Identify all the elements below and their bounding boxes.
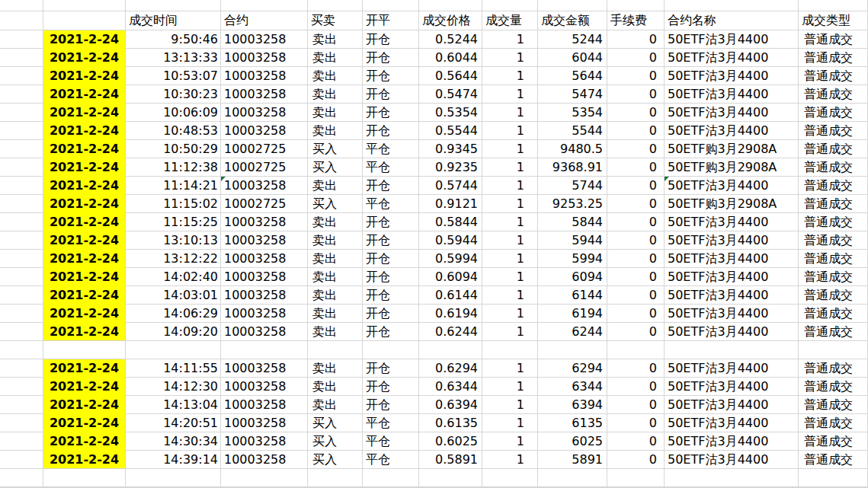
cell-commission[interactable]: 0 (607, 49, 665, 67)
empty-cell[interactable] (363, 469, 419, 487)
cell-commission[interactable]: 0 (607, 250, 665, 268)
cell-trade-volume[interactable]: 1 (482, 213, 538, 231)
empty-cell[interactable] (363, 0, 419, 11)
empty-cell[interactable] (0, 268, 43, 286)
cell-open-close[interactable]: 开仓 (363, 177, 419, 195)
date-cell[interactable]: 2021-2-24 (43, 122, 126, 140)
cell-open-close[interactable]: 开仓 (363, 231, 419, 250)
cell-trade-volume[interactable]: 1 (482, 305, 538, 323)
cell-trade-time[interactable]: 14:13:04 (126, 396, 221, 414)
cell-open-close[interactable]: 开仓 (363, 378, 419, 396)
cell-trade-type[interactable]: 普通成交 (799, 323, 868, 341)
empty-cell[interactable] (0, 451, 43, 469)
cell-open-close[interactable]: 平仓 (363, 451, 419, 469)
cell-contract-id[interactable]: 10002725 (221, 140, 308, 158)
cell-trade-time[interactable]: 13:13:33 (126, 49, 221, 67)
empty-cell[interactable] (308, 469, 363, 487)
date-cell[interactable]: 2021-2-24 (43, 250, 126, 268)
cell-trade-price[interactable]: 0.6135 (419, 414, 482, 432)
cell-trade-volume[interactable]: 1 (482, 286, 538, 305)
cell-trade-type[interactable]: 普通成交 (799, 177, 868, 195)
cell-trade-type[interactable]: 普通成交 (799, 195, 868, 213)
cell-trade-time[interactable]: 14:02:40 (126, 268, 221, 286)
empty-cell[interactable] (221, 0, 308, 11)
cell-commission[interactable]: 0 (607, 158, 665, 177)
cell-commission[interactable]: 0 (607, 451, 665, 469)
cell-trade-amount[interactable]: 9480.5 (538, 140, 607, 158)
cell-trade-time[interactable]: 10:30:23 (126, 85, 221, 104)
cell-trade-price[interactable]: 0.5244 (419, 30, 482, 49)
empty-cell[interactable] (126, 469, 221, 487)
cell-trade-volume[interactable]: 1 (482, 359, 538, 378)
empty-cell[interactable] (126, 0, 221, 11)
cell-open-close[interactable]: 平仓 (363, 432, 419, 451)
cell-contract-id[interactable]: 10003258 (221, 359, 308, 378)
column-header-trade-time[interactable]: 成交时间 (126, 11, 221, 30)
cell-commission[interactable]: 0 (607, 85, 665, 104)
cell-contract-id[interactable]: 10003258 (221, 49, 308, 67)
cell-trade-amount[interactable]: 6194 (538, 305, 607, 323)
cell-buy-sell[interactable]: 买入 (308, 451, 363, 469)
cell-contract-name[interactable]: 50ETF购3月2908A (665, 140, 799, 158)
empty-cell[interactable] (665, 0, 799, 11)
empty-cell[interactable] (0, 67, 43, 85)
date-cell[interactable]: 2021-2-24 (43, 85, 126, 104)
cell-trade-amount[interactable]: 5354 (538, 104, 607, 122)
date-cell[interactable]: 2021-2-24 (43, 104, 126, 122)
cell-buy-sell[interactable]: 卖出 (308, 396, 363, 414)
empty-cell[interactable] (0, 213, 43, 231)
empty-cell[interactable] (0, 231, 43, 250)
cell-trade-type[interactable]: 普通成交 (799, 286, 868, 305)
cell-commission[interactable]: 0 (607, 396, 665, 414)
cell-contract-name[interactable]: 50ETF沽3月4400 (665, 85, 799, 104)
cell-trade-amount[interactable]: 5474 (538, 85, 607, 104)
cell-contract-id[interactable]: 10003258 (221, 286, 308, 305)
empty-cell[interactable] (0, 469, 43, 487)
cell-commission[interactable]: 0 (607, 414, 665, 432)
cell-open-close[interactable]: 平仓 (363, 140, 419, 158)
cell-open-close[interactable]: 开仓 (363, 323, 419, 341)
cell-trade-volume[interactable]: 1 (482, 396, 538, 414)
cell-open-close[interactable]: 开仓 (363, 49, 419, 67)
empty-cell[interactable] (221, 469, 308, 487)
column-header-commission[interactable]: 手续费 (607, 11, 665, 30)
cell-trade-price[interactable]: 0.6344 (419, 378, 482, 396)
date-cell[interactable]: 2021-2-24 (43, 378, 126, 396)
cell-commission[interactable]: 0 (607, 231, 665, 250)
cell-trade-time[interactable]: 10:48:53 (126, 122, 221, 140)
cell-contract-id[interactable]: 10003258 (221, 323, 308, 341)
date-cell[interactable]: 2021-2-24 (43, 359, 126, 378)
cell-trade-type[interactable]: 普通成交 (799, 451, 868, 469)
cell-contract-id[interactable]: 10003258 (221, 396, 308, 414)
empty-cell[interactable] (482, 0, 538, 11)
cell-trade-volume[interactable]: 1 (482, 378, 538, 396)
cell-trade-amount[interactable]: 6135 (538, 414, 607, 432)
cell-trade-volume[interactable]: 1 (482, 85, 538, 104)
column-header-trade-price[interactable]: 成交价格 (419, 11, 482, 30)
cell-contract-name[interactable]: 50ETF沽3月4400 (665, 414, 799, 432)
cell-contract-name[interactable]: 50ETF沽3月4400 (665, 122, 799, 140)
cell-trade-price[interactable]: 0.6294 (419, 359, 482, 378)
cell-commission[interactable]: 0 (607, 268, 665, 286)
cell-trade-price[interactable]: 0.6044 (419, 49, 482, 67)
cell-contract-id[interactable]: 10002725 (221, 158, 308, 177)
cell-open-close[interactable]: 开仓 (363, 396, 419, 414)
empty-cell[interactable] (0, 195, 43, 213)
cell-commission[interactable]: 0 (607, 323, 665, 341)
empty-cell[interactable] (308, 341, 363, 359)
cell-contract-name[interactable]: 50ETF沽3月4400 (665, 104, 799, 122)
cell-trade-volume[interactable]: 1 (482, 49, 538, 67)
empty-cell[interactable] (0, 85, 43, 104)
cell-trade-time[interactable]: 11:12:38 (126, 158, 221, 177)
empty-cell[interactable] (482, 341, 538, 359)
cell-trade-type[interactable]: 普通成交 (799, 67, 868, 85)
date-cell[interactable]: 2021-2-24 (43, 432, 126, 451)
empty-cell[interactable] (0, 140, 43, 158)
cell-buy-sell[interactable]: 卖出 (308, 250, 363, 268)
cell-trade-price[interactable]: 0.9345 (419, 140, 482, 158)
empty-cell[interactable] (43, 469, 126, 487)
cell-buy-sell[interactable]: 卖出 (308, 122, 363, 140)
cell-trade-price[interactable]: 0.5644 (419, 67, 482, 85)
cell-trade-volume[interactable]: 1 (482, 323, 538, 341)
cell-contract-name[interactable]: 50ETF沽3月4400 (665, 378, 799, 396)
